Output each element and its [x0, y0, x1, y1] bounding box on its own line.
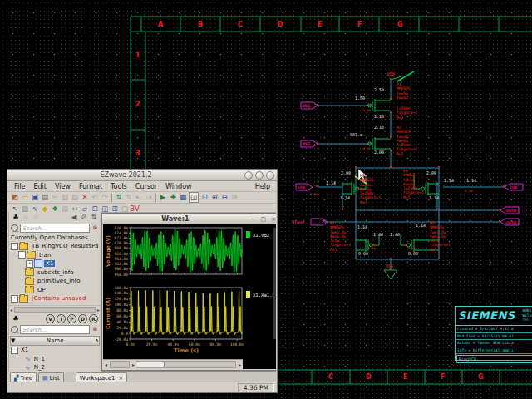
svg-text:20.0n: 20.0n	[146, 342, 158, 347]
tab-label: List	[50, 375, 60, 382]
ezwave-titlebar[interactable]: EZwave 2021.2	[7, 170, 277, 181]
wave-child-window: Wave:1 −□× 976.0m974.0m972.0m970.0m968.0…	[101, 213, 276, 371]
filter-r-button[interactable]: R	[89, 314, 98, 323]
grid-column-label: C	[328, 373, 333, 381]
svg-text:Time (s): Time (s)	[174, 347, 199, 354]
db-item-row[interactable]: -TB_RingVCO_ResultsPa	[9, 242, 101, 251]
clear-search-icon[interactable]: ⊗	[91, 326, 99, 333]
collapse-icon[interactable]: -	[18, 251, 26, 259]
open-database-icon[interactable]: ◩	[11, 193, 19, 202]
filter-p-button[interactable]: P	[67, 314, 76, 323]
paste-icon: ▧	[71, 193, 79, 202]
signal-item-row[interactable]: ∿N_1	[9, 355, 101, 364]
port-label: Vb1	[303, 103, 310, 108]
name-column-header[interactable]: ▼ Name ∧	[10, 336, 100, 346]
minimize-button[interactable]	[244, 171, 253, 180]
port-label: inp	[298, 185, 305, 190]
port-outm	[500, 207, 519, 214]
db-item-row[interactable]: primitives_info	[9, 277, 101, 286]
waveform-icon: ∿	[25, 364, 31, 372]
filter-i-button[interactable]: I	[57, 314, 66, 323]
sort-icon[interactable]: ⇅	[90, 213, 98, 222]
workspace-close-icon[interactable]: ×	[119, 375, 124, 382]
menu-file[interactable]: File	[10, 183, 29, 190]
wave-close-button[interactable]: ×	[268, 216, 276, 223]
menu-view[interactable]: View	[51, 183, 75, 190]
menu-cursor[interactable]: Cursor	[131, 183, 161, 190]
db-flat-list-icon: ≣	[22, 213, 30, 222]
db-panel-icons: ♣≣⊘◀⊘⇅	[9, 212, 101, 223]
wave-restore-button[interactable]: □	[259, 216, 269, 223]
wave-plots: 976.0m974.0m972.0m970.0m968.0m966.0m964.…	[103, 224, 276, 359]
run-icon[interactable]: ▶	[159, 193, 167, 202]
folder-icon	[25, 286, 34, 293]
signal-item-row[interactable]: ∿N_2	[9, 363, 101, 372]
signal-item-row[interactable]: -X1	[9, 346, 101, 355]
grid-column-label: E	[403, 373, 407, 381]
db-tree-hscrollbar[interactable]: ◂▸	[9, 305, 101, 313]
add-waveform-icon[interactable]: ⇅	[115, 193, 123, 202]
net-value: 2.00	[374, 150, 384, 155]
grid-column-label: F	[441, 373, 445, 381]
wave-titlebar[interactable]: Wave:1 −□×	[102, 214, 276, 224]
zoom-out-icon[interactable]: ⊖	[220, 193, 229, 202]
net-value: 2.00	[426, 170, 436, 175]
close-button[interactable]	[266, 171, 274, 180]
menu-tools[interactable]: Tools	[106, 183, 131, 190]
wave-plot-area: 976.0m974.0m972.0m970.0m968.0m966.0m964.…	[103, 224, 276, 369]
filter-v-button[interactable]: V	[46, 314, 55, 323]
pin-value: 0.9m	[465, 189, 473, 193]
menu-format[interactable]: Format	[75, 183, 106, 190]
svg-text:960.0m: 960.0m	[114, 267, 128, 271]
legend-label: X1.Vb2	[253, 233, 269, 238]
port-VTune	[311, 219, 328, 225]
zoom-in-icon[interactable]: ⊕	[210, 193, 219, 202]
signal-panel-icons: ♣VIPDR	[9, 313, 101, 324]
svg-text:140.0u: 140.0u	[114, 291, 128, 295]
svg-text:-20.0u: -20.0u	[114, 337, 128, 342]
grid-icon[interactable]: ▦	[179, 193, 187, 202]
title-block-modified: Modified = 03/15/21 09:47	[456, 333, 532, 341]
expand-icon[interactable]: +	[11, 295, 18, 303]
svg-text:958.0m: 958.0m	[114, 273, 128, 277]
filter-d-button[interactable]: D	[78, 314, 87, 323]
db-tree-icon[interactable]: ♣	[12, 213, 20, 222]
menu-help[interactable]: Help	[251, 183, 274, 190]
collapse-icon[interactable]: -	[11, 347, 18, 354]
title-block-cell-name: RingVCO	[456, 355, 532, 363]
expand-icon[interactable]: +	[26, 260, 33, 268]
wave-minimize-button[interactable]: −	[249, 216, 259, 223]
legend-hscrollbar[interactable]: ◂▸	[103, 359, 136, 369]
db-item-row[interactable]: -tran	[9, 251, 101, 260]
svg-text:120.0u: 120.0u	[114, 297, 128, 301]
db-item-row[interactable]: OP	[9, 286, 101, 295]
signal-search-input[interactable]	[20, 325, 90, 334]
title-block-info: Info = Differential ampli	[456, 347, 532, 355]
delete-icon[interactable]: ✕	[81, 193, 89, 202]
save-icon[interactable]: ▣	[31, 193, 39, 202]
svg-text:0.0: 0.0	[121, 332, 129, 336]
sig-tree-icon[interactable]: ♣	[12, 314, 20, 323]
db-search-input[interactable]	[20, 224, 90, 233]
toggle-panel-icon[interactable]: ◫	[189, 192, 199, 203]
db-item-row[interactable]: subckts_info	[9, 268, 101, 278]
clear-search-icon[interactable]: ⊗	[91, 224, 99, 232]
db-item-row[interactable]: +X1	[9, 259, 101, 268]
toolbar-separator	[111, 194, 112, 202]
menu-window[interactable]: Window	[161, 183, 196, 190]
db-item-row[interactable]: +(Contains unsaved	[9, 294, 101, 303]
svg-text:80.0u: 80.0u	[116, 308, 128, 313]
filter-icon[interactable]: ⊘	[80, 213, 88, 222]
pan-icon[interactable]: ✚	[169, 193, 177, 202]
grid-row-label: 3	[135, 150, 140, 157]
print-icon[interactable]: ▤	[41, 193, 49, 202]
maximize-button[interactable]	[255, 171, 264, 180]
title-block-address: 8005WilsoTel -	[522, 307, 532, 325]
collapse-all-icon[interactable]: ◀	[70, 213, 78, 222]
svg-text:40.0n: 40.0n	[167, 342, 179, 347]
open-icon[interactable]: ▭	[21, 193, 29, 202]
port-label: outm	[506, 208, 516, 213]
menu-edit[interactable]: Edit	[29, 183, 51, 190]
collapse-icon[interactable]: -	[11, 243, 18, 250]
zoom-full-icon[interactable]: ⊡	[200, 193, 209, 202]
